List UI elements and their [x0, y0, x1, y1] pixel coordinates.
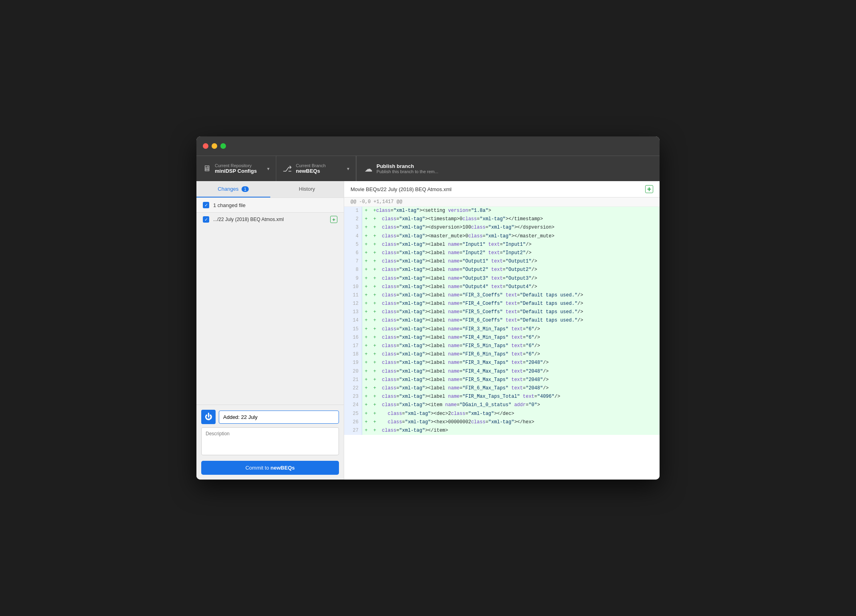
table-row: 24++ class="xml-tag"><item name="DGain_1… — [344, 401, 660, 409]
line-code: + class="xml-tag"><label name="Output2" … — [370, 266, 660, 274]
table-row: 2++ class="xml-tag"><timestamp>0class="x… — [344, 215, 660, 223]
line-sign: + — [362, 266, 370, 274]
changes-badge: 1 — [242, 186, 249, 192]
publish-button[interactable]: ☁ Publish branch Publish this branch to … — [356, 156, 660, 181]
branch-icon: ⎇ — [283, 164, 292, 174]
line-code: + class="xml-tag"><item name="DGain_1_0_… — [370, 401, 660, 409]
line-code: + class="xml-tag"><label name="FIR_5_Min… — [370, 342, 660, 350]
line-sign: + — [362, 300, 370, 308]
checkmark-icon: ✓ — [204, 217, 208, 222]
table-row: 3++ class="xml-tag"><dspversion>100class… — [344, 223, 660, 232]
repository-selector[interactable]: 🖥 Current Repository miniDSP Configs ▾ — [196, 156, 276, 181]
line-sign: + — [362, 359, 370, 367]
line-number: 12 — [344, 300, 362, 308]
line-sign: + — [362, 223, 370, 232]
line-sign: + — [362, 342, 370, 350]
line-code: +class="xml-tag"><setting version="1.8a"… — [370, 207, 660, 215]
line-code: + class="xml-tag"><label name="FIR_6_Min… — [370, 350, 660, 359]
select-all-checkbox[interactable]: ✓ — [203, 202, 209, 208]
diff-header: Movie BEQs/22 July (2018) BEQ Atmos.xml … — [344, 181, 660, 197]
diff-hunk-header: @@ -0,0 +1,1417 @@ — [344, 197, 660, 207]
line-number: 27 — [344, 426, 362, 435]
table-row: 13++ class="xml-tag"><label name="FIR_5_… — [344, 308, 660, 316]
branch-selector[interactable]: ⎇ Current Branch newBEQs ▾ — [276, 156, 356, 181]
line-number: 5 — [344, 241, 362, 249]
table-row: 25++ class="xml-tag"><dec>2class="xml-ta… — [344, 410, 660, 418]
line-number: 6 — [344, 249, 362, 257]
diff-content[interactable]: @@ -0,0 +1,1417 @@ 1++class="xml-tag"><s… — [344, 197, 660, 480]
branch-name: newBEQs — [296, 168, 326, 174]
line-sign: + — [362, 393, 370, 401]
line-number: 15 — [344, 325, 362, 334]
commit-area: ⏻ Commit to newBEQs — [196, 405, 344, 480]
line-number: 22 — [344, 384, 362, 393]
line-number: 8 — [344, 266, 362, 274]
commit-summary-input[interactable] — [219, 411, 339, 424]
line-number: 26 — [344, 418, 362, 426]
table-row: 9++ class="xml-tag"><label name="Output3… — [344, 274, 660, 283]
toolbar: 🖥 Current Repository miniDSP Configs ▾ ⎇… — [196, 156, 660, 181]
publish-label: Publish branch — [376, 163, 438, 169]
changed-files-header: ✓ 1 changed file — [196, 198, 344, 213]
line-number: 16 — [344, 334, 362, 342]
line-sign: + — [362, 241, 370, 249]
table-row: 8++ class="xml-tag"><label name="Output2… — [344, 266, 660, 274]
traffic-lights — [203, 143, 226, 149]
line-number: 25 — [344, 410, 362, 418]
changed-files-count: 1 changed file — [213, 202, 246, 208]
table-row: 14++ class="xml-tag"><label name="FIR_6_… — [344, 316, 660, 325]
branch-label: Current Branch — [296, 163, 326, 168]
line-number: 20 — [344, 367, 362, 376]
line-number: 21 — [344, 376, 362, 384]
line-code: + class="xml-tag"><label name="Input2" t… — [370, 249, 660, 257]
table-row: 6++ class="xml-tag"><label name="Input2"… — [344, 249, 660, 257]
table-row: 19++ class="xml-tag"><label name="FIR_3_… — [344, 359, 660, 367]
line-code: + class="xml-tag"><label name="Input1" t… — [370, 241, 660, 249]
line-sign: + — [362, 376, 370, 384]
table-row: 10++ class="xml-tag"><label name="Output… — [344, 283, 660, 291]
checkmark-icon: ✓ — [204, 203, 208, 208]
tab-history[interactable]: History — [270, 181, 344, 197]
line-number: 2 — [344, 215, 362, 223]
repository-label: Current Repository — [215, 163, 257, 168]
line-code: + class="xml-tag"><label name="Output1" … — [370, 257, 660, 266]
tab-changes[interactable]: Changes 1 — [196, 181, 270, 197]
chevron-down-icon-branch: ▾ — [347, 166, 349, 172]
line-code: + class="xml-tag"><dec>2class="xml-tag">… — [370, 410, 660, 418]
line-number: 7 — [344, 257, 362, 266]
diff-view: Movie BEQs/22 July (2018) BEQ Atmos.xml … — [344, 181, 660, 480]
maximize-button[interactable] — [220, 143, 226, 149]
publish-info: Publish branch Publish this branch to th… — [376, 163, 438, 174]
line-sign: + — [362, 232, 370, 241]
line-sign: + — [362, 384, 370, 393]
line-sign: + — [362, 418, 370, 426]
line-sign: + — [362, 308, 370, 316]
line-number: 18 — [344, 350, 362, 359]
line-number: 10 — [344, 283, 362, 291]
close-button[interactable] — [203, 143, 208, 149]
commit-button[interactable]: Commit to newBEQs — [201, 461, 339, 475]
minimize-button[interactable] — [212, 143, 217, 149]
sidebar-spacer — [196, 226, 344, 405]
table-row: 23++ class="xml-tag"><label name="FIR_Ma… — [344, 393, 660, 401]
line-sign: + — [362, 291, 370, 300]
main-content: Changes 1 History ✓ 1 changed file ✓ ...… — [196, 181, 660, 480]
file-checkbox[interactable]: ✓ — [203, 216, 209, 223]
line-code: + class="xml-tag"><label name="Output4" … — [370, 283, 660, 291]
line-sign: + — [362, 367, 370, 376]
branch-info: Current Branch newBEQs — [296, 163, 326, 174]
line-number: 4 — [344, 232, 362, 241]
line-number: 1 — [344, 207, 362, 215]
line-sign: + — [362, 249, 370, 257]
line-sign: + — [362, 257, 370, 266]
line-sign: + — [362, 283, 370, 291]
power-icon: ⏻ — [205, 413, 212, 421]
line-number: 13 — [344, 308, 362, 316]
line-sign: + — [362, 410, 370, 418]
commit-description-input[interactable] — [201, 427, 339, 455]
line-sign: + — [362, 350, 370, 359]
file-list-item[interactable]: ✓ .../22 July (2018) BEQ Atmos.xml + — [196, 213, 344, 226]
line-number: 9 — [344, 274, 362, 283]
chevron-down-icon: ▾ — [267, 166, 269, 172]
expand-icon[interactable]: + — [645, 185, 653, 193]
